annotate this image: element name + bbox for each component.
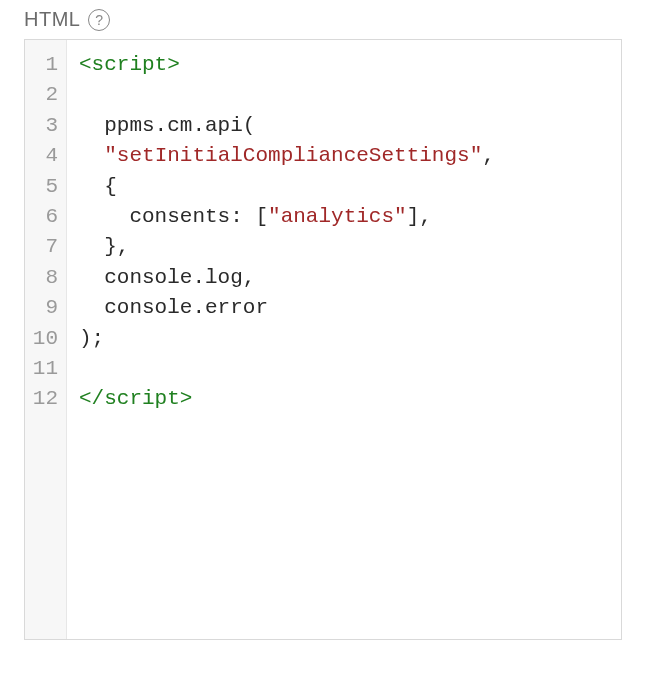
code-line: ); <box>79 324 611 354</box>
snippet-header: HTML ? <box>24 8 622 31</box>
language-label: HTML <box>24 8 80 31</box>
code-token: "analytics" <box>268 205 407 228</box>
code-token: </scr <box>79 387 142 410</box>
code-token: console.error <box>79 296 268 319</box>
code-line: }, <box>79 232 611 262</box>
code-token: "setInitialComplianceSettings" <box>104 144 482 167</box>
code-token: ], <box>407 205 432 228</box>
line-number: 10 <box>29 324 58 354</box>
code-content[interactable]: <script> ppms.cm.api( "setInitialComplia… <box>67 40 621 639</box>
code-token: consents: [ <box>79 205 268 228</box>
code-token: console.log, <box>79 266 255 289</box>
line-number: 2 <box>29 80 58 110</box>
line-number: 8 <box>29 263 58 293</box>
code-line: console.error <box>79 293 611 323</box>
code-line: consents: ["analytics"], <box>79 202 611 232</box>
code-line: { <box>79 172 611 202</box>
line-number: 9 <box>29 293 58 323</box>
code-line: console.log, <box>79 263 611 293</box>
code-token: ); <box>79 327 104 350</box>
code-line: ppms.cm.api( <box>79 111 611 141</box>
line-number-gutter: 123456789101112 <box>25 40 67 639</box>
line-number: 12 <box>29 384 58 414</box>
code-line: <script> <box>79 50 611 80</box>
help-icon[interactable]: ? <box>88 9 110 31</box>
line-number: 1 <box>29 50 58 80</box>
code-snippet-container: HTML ? 123456789101112 <script> ppms.cm.… <box>0 0 646 664</box>
code-token: }, <box>79 235 129 258</box>
code-token <box>79 144 104 167</box>
line-number: 11 <box>29 354 58 384</box>
code-line <box>79 354 611 384</box>
code-token: { <box>79 175 117 198</box>
code-token: ipt> <box>142 387 192 410</box>
code-token: ppms.cm.api( <box>79 114 255 137</box>
code-token: , <box>482 144 495 167</box>
code-line: "setInitialComplianceSettings", <box>79 141 611 171</box>
line-number: 4 <box>29 141 58 171</box>
line-number: 5 <box>29 172 58 202</box>
line-number: 6 <box>29 202 58 232</box>
code-editor[interactable]: 123456789101112 <script> ppms.cm.api( "s… <box>24 39 622 640</box>
code-token: <script> <box>79 53 180 76</box>
line-number: 3 <box>29 111 58 141</box>
code-line: </script> <box>79 384 611 414</box>
line-number: 7 <box>29 232 58 262</box>
code-line <box>79 80 611 110</box>
